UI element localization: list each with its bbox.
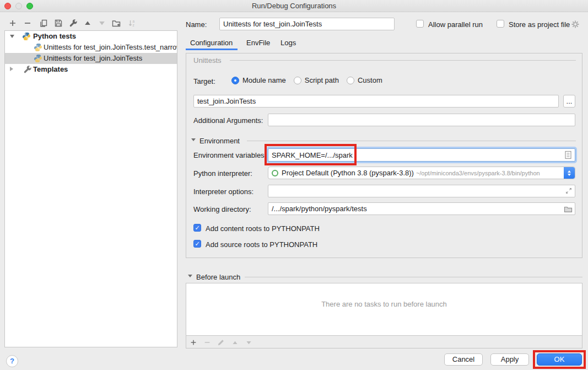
interpreter-options-label: Interpreter options: — [193, 187, 253, 196]
target-input[interactable] — [193, 95, 559, 108]
python-icon — [34, 54, 42, 63]
tree-item-python-tests[interactable]: Python tests — [5, 31, 177, 42]
pencil-icon — [217, 339, 225, 346]
browse-folder-icon[interactable] — [564, 205, 573, 213]
wrench-icon — [23, 65, 32, 74]
arrow-down-icon — [98, 19, 106, 27]
environment-section-chevron-icon[interactable] — [191, 138, 196, 141]
window-title: Run/Debug Configurations — [0, 2, 588, 10]
radio-module-name[interactable] — [231, 77, 239, 84]
environment-section-title[interactable]: Environment — [199, 137, 240, 145]
additional-arguments-input[interactable] — [268, 114, 575, 126]
before-launch-title[interactable]: Before launch — [196, 273, 240, 281]
arrow-down-icon — [245, 339, 252, 346]
radio-script-path-label: Script path — [305, 76, 339, 84]
before-launch-empty-message: There are no tasks to run before launch — [186, 300, 582, 308]
python-interpreter-label: Python interpreter: — [193, 169, 252, 178]
tree-item-unittests-jointests-selected[interactable]: Unittests for test_join.JoinTests — [5, 53, 177, 64]
tab-logs[interactable]: Logs — [280, 39, 296, 47]
create-folder-button[interactable] — [111, 18, 121, 28]
radio-module-name-label: Module name — [242, 76, 286, 84]
wrench-icon — [69, 19, 78, 28]
plus-icon — [190, 339, 197, 346]
ok-button[interactable]: OK — [537, 353, 582, 366]
allow-parallel-run-label: Allow parallel run — [428, 20, 483, 29]
sort-az-icon: az — [128, 19, 137, 28]
edit-task-button — [217, 338, 225, 347]
name-label: Name: — [186, 20, 207, 29]
store-as-project-file-label: Store as project file — [509, 20, 570, 29]
additional-arguments-label: Additional Arguments: — [193, 116, 263, 125]
tab-envfile[interactable]: EnvFile — [246, 39, 270, 47]
chevron-down-icon[interactable] — [10, 35, 14, 38]
cancel-button[interactable]: Cancel — [444, 353, 483, 366]
tree-item-templates[interactable]: Templates — [5, 64, 177, 75]
section-divider — [245, 277, 582, 277]
active-tab-indicator — [186, 49, 238, 50]
source-roots-checkbox[interactable]: ✓ — [193, 240, 201, 248]
before-launch-task-list[interactable]: There are no tasks to run before launch — [186, 283, 582, 336]
before-launch-panel: There are no tasks to run before launch — [186, 283, 582, 348]
store-as-project-file-checkbox[interactable] — [497, 20, 504, 28]
radio-custom-label: Custom — [358, 76, 382, 84]
titlebar: Run/Debug Configurations — [0, 0, 588, 12]
target-label: Target: — [193, 77, 215, 85]
save-icon — [54, 19, 63, 28]
move-up-button[interactable] — [83, 18, 93, 28]
python-icon — [34, 43, 42, 52]
python-icon — [22, 32, 31, 41]
remove-task-button — [203, 338, 212, 347]
unittests-group-title: Unittests — [193, 56, 222, 65]
save-configuration-button[interactable] — [53, 18, 63, 28]
help-button[interactable]: ? — [6, 355, 18, 367]
move-down-button — [97, 18, 107, 28]
target-radio-group: Module name Script path Custom — [231, 76, 382, 84]
gear-icon[interactable] — [571, 20, 580, 29]
python-interpreter-path: ~/opt/miniconda3/envs/pyspark-3.8/bin/py… — [416, 170, 540, 176]
arrow-up-icon — [84, 19, 91, 27]
tree-item-label: Templates — [33, 64, 68, 75]
copy-configuration-button[interactable] — [39, 18, 48, 28]
move-task-down-button — [244, 338, 253, 347]
python-interpreter-dropdown[interactable]: Project Default (Python 3.8 (pyspark-3.8… — [268, 167, 575, 179]
group-divider — [230, 60, 576, 61]
radio-custom[interactable] — [347, 77, 354, 84]
edit-env-vars-icon[interactable] — [564, 151, 572, 159]
tree-item-label: Unittests for test_join.JoinTests — [44, 53, 142, 64]
environment-variables-input[interactable] — [268, 148, 575, 162]
radio-script-path[interactable] — [294, 77, 301, 84]
configurations-tree: Python tests Unittests for test_join.Joi… — [4, 30, 177, 347]
plus-icon — [8, 19, 17, 28]
arrow-up-icon — [231, 339, 239, 346]
svg-text:z: z — [133, 23, 134, 27]
interpreter-options-input[interactable] — [268, 185, 575, 197]
remove-configuration-button[interactable] — [23, 18, 33, 28]
browse-target-button[interactable]: ... — [563, 95, 575, 108]
name-input[interactable] — [219, 18, 395, 30]
tree-item-label: Unittests for test_join.JoinTests.test_n… — [44, 42, 177, 53]
folder-plus-icon — [112, 19, 121, 28]
working-directory-label: Working directory: — [193, 205, 251, 213]
before-launch-chevron-icon[interactable] — [188, 275, 192, 277]
minus-icon — [23, 19, 32, 28]
tab-configuration[interactable]: Configuration — [190, 39, 233, 47]
copy-icon — [39, 19, 48, 28]
add-task-button[interactable] — [189, 338, 198, 347]
tree-item-unittests-test-narrow[interactable]: Unittests for test_join.JoinTests.test_n… — [5, 42, 177, 53]
allow-parallel-run-checkbox[interactable] — [416, 20, 424, 28]
section-divider — [247, 141, 576, 141]
run-debug-configurations-dialog: Run/Debug Configurations az Python tests — [0, 0, 588, 370]
working-directory-input[interactable] — [268, 202, 575, 215]
content-roots-checkbox[interactable]: ✓ — [193, 224, 201, 232]
add-configuration-button[interactable] — [8, 18, 18, 28]
content-roots-label: Add content roots to PYTHONPATH — [206, 224, 320, 233]
apply-button[interactable]: Apply — [490, 353, 529, 366]
move-task-up-button — [230, 338, 239, 347]
source-roots-label: Add source roots to PYTHONPATH — [206, 240, 317, 249]
expand-field-icon[interactable] — [565, 187, 573, 195]
edit-templates-button[interactable] — [68, 18, 78, 28]
minus-icon — [203, 339, 211, 346]
chevron-right-icon[interactable] — [10, 67, 13, 71]
dropdown-chevrons-icon[interactable] — [564, 167, 575, 179]
environment-variables-label: Environment variables: — [193, 151, 266, 159]
